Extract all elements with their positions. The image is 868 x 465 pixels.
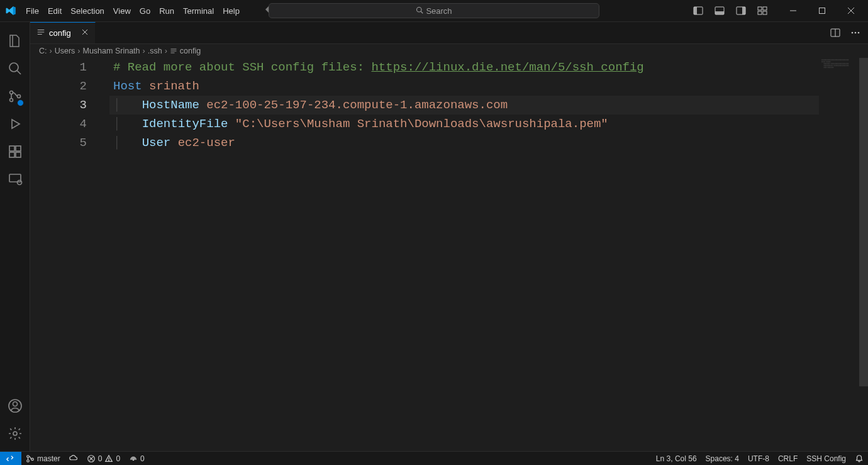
svg-rect-10 (758, 11, 762, 14)
breadcrumb-file[interactable]: config (180, 47, 201, 55)
breadcrumb[interactable]: C: › Users › Musham Srinath › .ssh › con… (30, 44, 868, 58)
menu-run[interactable]: Run (155, 0, 179, 21)
activity-explorer-icon[interactable] (0, 27, 30, 55)
chevron-right-icon: › (143, 47, 145, 55)
activity-run-debug-icon[interactable] (0, 110, 30, 138)
activity-accounts-icon[interactable] (0, 392, 30, 420)
svg-point-40 (858, 32, 860, 34)
window-close-button[interactable] (837, 0, 865, 22)
svg-rect-7 (742, 7, 745, 14)
tab-close-button[interactable] (81, 28, 89, 38)
svg-point-27 (17, 181, 21, 185)
code-line[interactable]: │ User ec2-user (113, 133, 819, 152)
layout-sidebar-left-icon[interactable] (689, 2, 707, 20)
eol-status[interactable]: CRLF (774, 452, 802, 465)
svg-point-39 (855, 32, 857, 34)
notifications-icon[interactable] (850, 452, 868, 465)
svg-marker-21 (12, 120, 19, 128)
svg-point-16 (9, 63, 18, 72)
editor[interactable]: 12345 # Read more about SSH config files… (30, 58, 868, 451)
line-number: 4 (30, 115, 103, 133)
vertical-scrollbar-thumb[interactable] (859, 58, 868, 386)
customize-layout-icon[interactable] (754, 2, 771, 20)
svg-rect-11 (763, 11, 767, 14)
svg-rect-5 (715, 11, 724, 14)
ports-status[interactable]: 0 (125, 452, 149, 465)
code-line[interactable]: │ IdentityFile "C:\Users\Musham Srinath\… (113, 115, 819, 133)
line-number: 5 (30, 133, 103, 152)
svg-point-30 (13, 432, 17, 435)
svg-point-38 (852, 32, 854, 34)
layout-panel-icon[interactable] (711, 2, 728, 20)
search-input[interactable]: Search (269, 3, 599, 18)
svg-line-1 (421, 11, 423, 13)
breadcrumb-users[interactable]: Users (55, 47, 75, 55)
svg-rect-22 (9, 146, 14, 151)
svg-point-44 (27, 455, 30, 457)
menu-go[interactable]: Go (135, 0, 155, 21)
chevron-right-icon: › (165, 47, 167, 55)
indentation-status[interactable]: Spaces: 4 (701, 452, 743, 465)
line-number: 2 (30, 77, 103, 96)
branch-label: master (37, 454, 60, 463)
problems-status[interactable]: 0 0 (82, 452, 125, 465)
svg-rect-24 (16, 152, 21, 157)
cursor-position-status[interactable]: Ln 3, Col 56 (652, 452, 701, 465)
activity-extensions-icon[interactable] (0, 138, 30, 165)
menu-view[interactable]: View (109, 0, 135, 21)
code-line[interactable]: │ HostName ec2-100-25-197-234.compute-1.… (109, 96, 819, 115)
svg-point-29 (13, 402, 17, 406)
source-control-pending-badge (17, 99, 24, 106)
svg-point-51 (109, 460, 109, 461)
breadcrumb-drive[interactable]: C: (39, 47, 47, 55)
menu-terminal[interactable]: Terminal (179, 0, 218, 21)
activity-remote-explorer-icon[interactable] (0, 165, 30, 193)
svg-rect-23 (9, 152, 14, 157)
menu-selection[interactable]: Selection (66, 0, 108, 21)
search-placeholder: Search (426, 6, 452, 16)
window-minimize-button[interactable] (779, 0, 808, 22)
breadcrumb-person[interactable]: Musham Srinath (83, 47, 140, 55)
file-icon (36, 28, 45, 38)
breadcrumb-ssh[interactable]: .ssh (148, 47, 162, 55)
tab-config[interactable]: config (30, 22, 96, 43)
remote-indicator-button[interactable] (0, 452, 21, 465)
svg-rect-25 (16, 146, 21, 151)
cloud-sync-icon[interactable] (65, 452, 82, 465)
git-branch-status[interactable]: master (21, 452, 65, 465)
svg-line-17 (17, 70, 21, 74)
encoding-status[interactable]: UTF-8 (743, 452, 774, 465)
svg-rect-3 (694, 7, 697, 14)
svg-point-0 (417, 7, 422, 12)
svg-point-46 (31, 458, 34, 461)
chevron-right-icon: › (50, 47, 52, 55)
svg-point-52 (133, 459, 134, 460)
code-line[interactable]: Host srinath (113, 77, 819, 96)
search-icon (416, 6, 423, 16)
menu-help[interactable]: Help (218, 0, 244, 21)
activity-source-control-icon[interactable] (0, 82, 30, 110)
menu-file[interactable]: File (21, 0, 43, 21)
code-line[interactable]: # Read more about SSH config files: http… (113, 58, 819, 77)
activity-search-icon[interactable] (0, 55, 30, 82)
svg-point-45 (27, 459, 30, 462)
line-number: 1 (30, 58, 103, 77)
minimap[interactable]: ████████████████████████████████████████… (820, 58, 859, 83)
svg-point-19 (9, 99, 13, 102)
svg-rect-8 (758, 7, 762, 10)
menu-edit[interactable]: Edit (43, 0, 66, 21)
activity-settings-icon[interactable] (0, 420, 30, 447)
layout-sidebar-right-icon[interactable] (732, 2, 750, 20)
line-number: 3 (30, 96, 103, 115)
svg-point-20 (17, 95, 20, 98)
svg-point-18 (9, 91, 13, 94)
link: https://linux.die.net/man/5/ssh_config (371, 60, 643, 74)
svg-rect-9 (763, 7, 767, 10)
split-editor-icon[interactable] (826, 24, 844, 42)
window-maximize-button[interactable] (808, 0, 837, 22)
more-actions-icon[interactable] (847, 24, 864, 42)
vscode-logo (0, 5, 21, 16)
language-mode-status[interactable]: SSH Config (802, 452, 850, 465)
chevron-right-icon: › (77, 47, 80, 55)
svg-rect-13 (820, 8, 825, 14)
